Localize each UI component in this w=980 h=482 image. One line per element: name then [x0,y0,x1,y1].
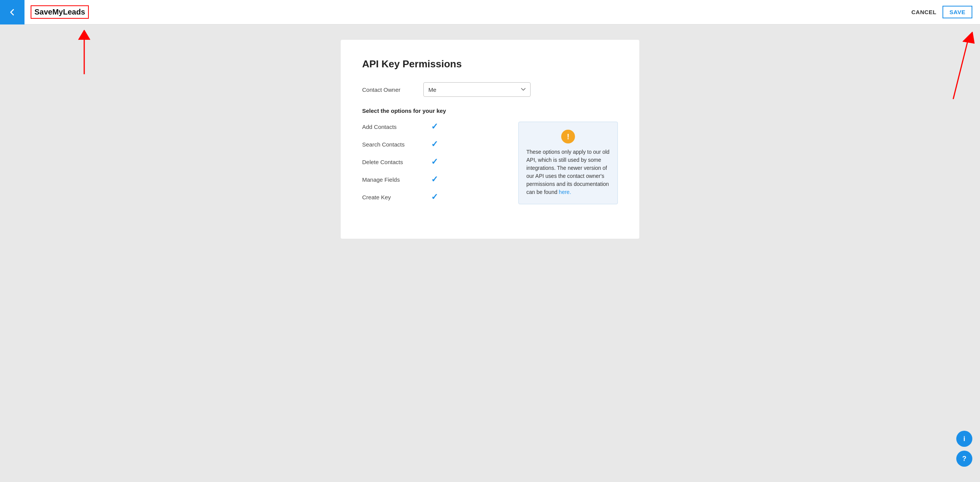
option-name: Manage Fields [362,176,423,183]
option-name: Create Key [362,194,423,200]
header: SaveMyLeads CANCEL SAVE [0,0,980,24]
option-check[interactable]: ✓ [431,157,438,167]
options-list: Add Contacts✓Search Contacts✓Delete Cont… [362,122,503,210]
option-name: Add Contacts [362,124,423,130]
options-grid: Add Contacts✓Search Contacts✓Delete Cont… [362,122,618,210]
back-button[interactable] [0,0,24,24]
option-check[interactable]: ✓ [431,192,438,202]
header-actions: CANCEL SAVE [911,6,980,18]
contact-owner-row: Contact Owner Me All [362,82,618,97]
option-check[interactable]: ✓ [431,122,438,132]
option-item: Add Contacts✓ [362,122,503,132]
permissions-card: API Key Permissions Contact Owner Me All… [341,40,639,239]
cancel-button[interactable]: CANCEL [911,9,937,15]
contact-owner-select[interactable]: Me All [423,82,531,97]
info-text: These options only apply to our old API,… [526,148,610,196]
option-check[interactable]: ✓ [431,139,438,149]
svg-line-1 [953,38,969,99]
info-icon-wrapper: ! [526,130,610,143]
option-item: Search Contacts✓ [362,139,503,149]
app-logo: SaveMyLeads [31,5,89,19]
annotation-arrow-right [930,26,976,103]
info-text-body: These options only apply to our old API,… [526,149,609,195]
option-name: Delete Contacts [362,159,423,165]
option-name: Search Contacts [362,141,423,148]
float-buttons: i ? [956,431,972,467]
option-item: Delete Contacts✓ [362,157,503,167]
option-item: Manage Fields✓ [362,174,503,184]
info-float-button[interactable]: i [956,431,972,447]
info-box: ! These options only apply to our old AP… [518,122,618,204]
info-link[interactable]: here. [559,189,571,195]
options-section-label: Select the options for your key [362,107,618,114]
page-title: API Key Permissions [362,58,618,70]
main-content: API Key Permissions Contact Owner Me All… [0,24,980,254]
annotation-arrow-left [61,28,107,78]
contact-owner-label: Contact Owner [362,86,423,93]
help-float-button[interactable]: ? [956,451,972,467]
save-button[interactable]: SAVE [942,6,972,18]
warning-icon: ! [561,130,575,143]
option-check[interactable]: ✓ [431,174,438,184]
option-item: Create Key✓ [362,192,503,202]
